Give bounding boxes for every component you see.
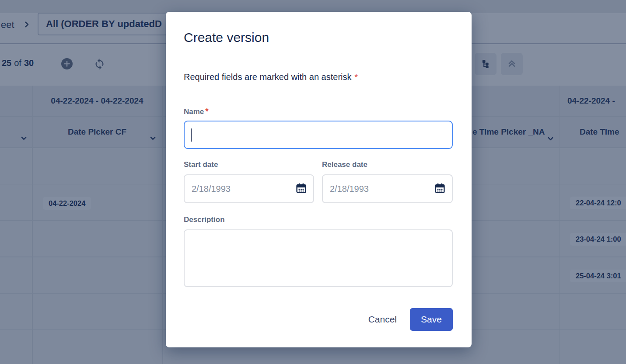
start-date-input[interactable] bbox=[185, 184, 293, 194]
required-asterisk: * bbox=[205, 107, 208, 116]
create-version-dialog: Create version Required fields are marke… bbox=[166, 12, 472, 347]
dialog-title: Create version bbox=[184, 30, 269, 45]
calendar-icon bbox=[295, 182, 307, 195]
start-date-calendar-button[interactable] bbox=[293, 182, 313, 195]
start-date-field bbox=[184, 174, 314, 203]
required-asterisk: * bbox=[355, 73, 358, 82]
text-caret bbox=[191, 128, 192, 142]
release-date-label: Release date bbox=[322, 160, 367, 169]
description-textarea[interactable] bbox=[184, 229, 453, 287]
release-date-calendar-button[interactable] bbox=[431, 182, 452, 195]
name-field-label: Name* bbox=[184, 107, 209, 116]
release-date-field bbox=[322, 174, 453, 203]
description-label: Description bbox=[184, 215, 225, 224]
calendar-icon bbox=[434, 182, 446, 195]
app-root: eet All (ORDER BY updatedD 25 of 30 bbox=[0, 0, 626, 364]
cancel-button[interactable]: Cancel bbox=[360, 308, 405, 331]
start-date-label: Start date bbox=[184, 160, 218, 169]
save-button[interactable]: Save bbox=[410, 308, 453, 331]
required-fields-note: Required fields are marked with an aster… bbox=[184, 72, 358, 82]
release-date-input[interactable] bbox=[323, 184, 431, 194]
name-input[interactable] bbox=[184, 121, 453, 149]
required-fields-note-text: Required fields are marked with an aster… bbox=[184, 72, 352, 82]
dialog-footer: Cancel Save bbox=[360, 308, 453, 331]
name-field-label-text: Name bbox=[184, 107, 204, 116]
